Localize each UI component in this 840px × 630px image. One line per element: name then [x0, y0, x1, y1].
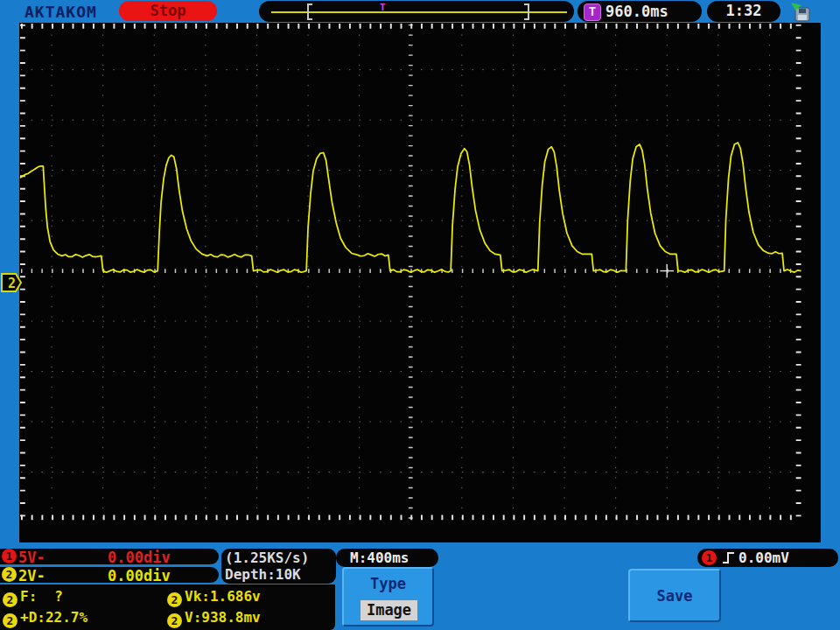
type-menu-panel[interactable]: Type Image [342, 567, 434, 626]
channel2-scale-label: 2V- [18, 567, 46, 584]
waveform-graticule [19, 23, 821, 542]
measurement-value: ? [54, 588, 63, 605]
channel1-badge: 1 [2, 549, 17, 564]
channel2-position-value: 0.00div [108, 567, 171, 584]
channel1-position-value: 0.00div [108, 549, 171, 566]
channel2-marker-label: 2 [8, 276, 16, 291]
timebase-readout: M:400ms [336, 549, 438, 567]
trigger-level-value: 0.00mV [738, 549, 789, 567]
measurement-channel-badge: 2 [167, 592, 182, 607]
measurement-frequency: 2F:? [3, 587, 167, 608]
trigger-time-value: 960.0ms [606, 3, 668, 20]
channel1-scale-label: 5V- [18, 549, 46, 566]
measurement-panel: 2F:? 2Vk:1.686v 2+D:22.7% 2V:938.8mv [0, 584, 335, 630]
record-depth: Depth:10K [225, 566, 336, 583]
measurement-value: 1.686v [210, 588, 261, 605]
type-image-option[interactable]: Image [360, 600, 417, 620]
trigger-source-badge: 1 [702, 550, 717, 565]
save-button[interactable]: Save [628, 569, 721, 622]
channel2-scale-bar: 2 2V- 0.00div [0, 567, 219, 583]
measurement-label: +D: [20, 609, 46, 626]
measurement-channel-badge: 2 [3, 592, 18, 607]
trigger-level-readout: 1 0.00mV [697, 549, 838, 567]
rising-edge-icon [721, 550, 736, 565]
trigger-time-badge: T [584, 4, 601, 21]
measurement-label: F: [20, 588, 37, 605]
run-state-indicator: Stop [119, 1, 217, 21]
channel2-position-marker: 2 [1, 271, 23, 294]
measurement-value: 22.7% [46, 609, 88, 626]
measurement-channel-badge: 2 [3, 613, 18, 628]
channel2-badge: 2 [2, 567, 17, 582]
channel1-scale-bar: 1 5V- 0.00div [0, 549, 219, 564]
scope-display [19, 23, 821, 542]
brand-logo: AKTAKOM [24, 3, 97, 21]
measurement-vk: 2Vk:1.686v [167, 587, 335, 608]
measurement-label: V: [185, 609, 201, 626]
record-position-bar: T [259, 1, 574, 22]
measurement-label: Vk: [185, 588, 210, 605]
clock: 1:32 [707, 1, 780, 22]
acquisition-info-box: (1.25KS/s) Depth:10K [221, 549, 336, 584]
measurement-voltage: 2V:938.8mv [167, 608, 335, 629]
usb-save-icon [789, 2, 814, 23]
trigger-time-readout: T 960.0ms [578, 1, 702, 22]
measurement-duty: 2+D:22.7% [3, 608, 167, 629]
trigger-position-marker: T [380, 2, 386, 13]
measurement-value: 938.8mv [201, 609, 260, 626]
type-menu-label: Type [344, 575, 432, 592]
sample-rate: (1.25KS/s) [225, 550, 336, 566]
record-position-graphic: T [259, 1, 574, 22]
measurement-channel-badge: 2 [167, 613, 182, 628]
